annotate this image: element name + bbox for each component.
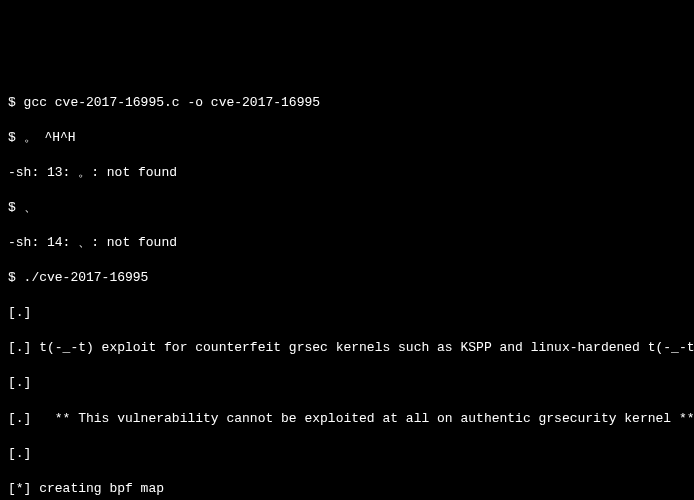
output-line: $ ./cve-2017-16995 <box>8 269 686 287</box>
output-line: $ 。 ^H^H <box>8 129 686 147</box>
output-line: $ 、 <box>8 199 686 217</box>
output-line: -sh: 13: 。: not found <box>8 164 686 182</box>
output-line: -sh: 14: 、: not found <box>8 234 686 252</box>
output-line: $ gcc cve-2017-16995.c -o cve-2017-16995 <box>8 94 686 112</box>
output-line: [.] <box>8 445 686 463</box>
output-line: [.] t(-_-t) exploit for counterfeit grse… <box>8 339 686 357</box>
terminal-output[interactable]: $ gcc cve-2017-16995.c -o cve-2017-16995… <box>8 76 686 500</box>
output-line: [.] ** This vulnerability cannot be expl… <box>8 410 686 428</box>
output-line: [.] <box>8 304 686 322</box>
output-line: [.] <box>8 374 686 392</box>
output-line: [*] creating bpf map <box>8 480 686 498</box>
